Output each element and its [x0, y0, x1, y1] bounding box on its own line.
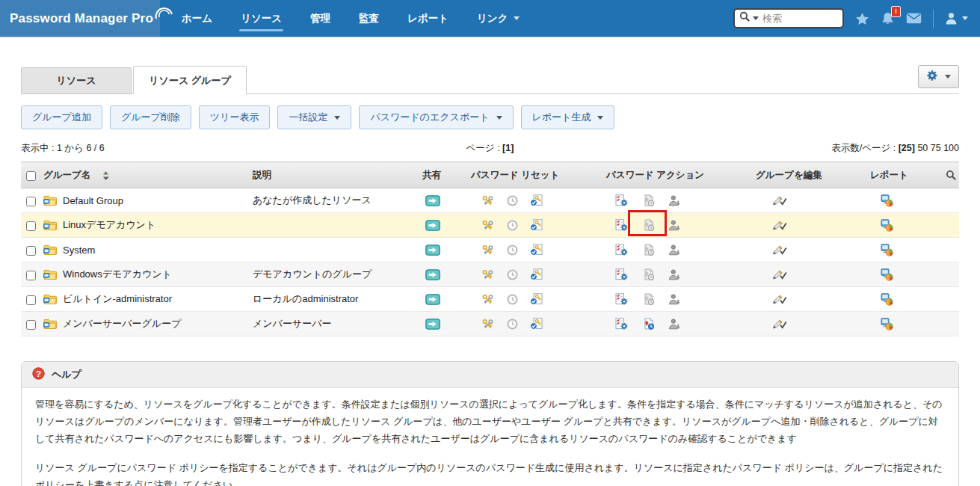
- favorites-star-icon[interactable]: [855, 12, 869, 25]
- reset-password-keys-icon[interactable]: [481, 269, 494, 280]
- edit-group-icon[interactable]: [772, 269, 787, 280]
- schedule-reset-clock-icon[interactable]: [507, 220, 518, 231]
- notifications-bell-icon[interactable]: !: [881, 11, 895, 25]
- group-name[interactable]: Default Group: [63, 195, 123, 206]
- row-checkbox[interactable]: [26, 271, 36, 280]
- verify-password-icon[interactable]: [530, 219, 543, 231]
- global-search[interactable]: [733, 8, 844, 28]
- password-action-config-icon[interactable]: [615, 244, 628, 256]
- chevron-down-icon: [597, 116, 603, 120]
- password-action-schedule-icon[interactable]: [642, 194, 655, 206]
- schedule-reset-clock-icon[interactable]: [507, 244, 518, 256]
- per-page-current[interactable]: [25]: [899, 143, 915, 153]
- verify-password-icon[interactable]: [530, 268, 543, 280]
- group-report-icon[interactable]: [881, 318, 893, 330]
- reset-password-keys-icon[interactable]: [481, 195, 494, 206]
- password-action-config-icon[interactable]: [615, 219, 628, 231]
- password-action-schedule-icon[interactable]: [642, 268, 655, 280]
- search-scope-chevron-icon[interactable]: [753, 16, 759, 20]
- row-checkbox[interactable]: [26, 320, 36, 330]
- edit-group-icon[interactable]: [772, 195, 787, 206]
- password-action-schedule-icon[interactable]: [642, 219, 655, 231]
- reset-password-keys-icon[interactable]: [481, 220, 494, 231]
- column-group-name[interactable]: グループ名: [43, 170, 90, 180]
- group-report-icon[interactable]: [881, 293, 893, 306]
- generate-report-button[interactable]: レポート生成: [521, 105, 615, 129]
- password-access-user-icon[interactable]: [668, 269, 680, 280]
- row-checkbox[interactable]: [26, 197, 36, 206]
- password-action-schedule-icon[interactable]: [642, 293, 655, 305]
- password-access-user-icon[interactable]: [668, 294, 680, 305]
- edit-group-icon[interactable]: [772, 220, 787, 231]
- verify-password-icon[interactable]: [530, 194, 543, 206]
- export-passwords-button[interactable]: パスワードのエクスポート: [359, 105, 513, 129]
- password-action-config-icon[interactable]: [615, 194, 628, 206]
- share-icon[interactable]: [425, 294, 440, 305]
- group-report-icon[interactable]: [881, 194, 893, 207]
- current-page[interactable]: [1]: [502, 143, 514, 153]
- share-icon[interactable]: [425, 195, 440, 206]
- share-icon[interactable]: [425, 269, 440, 280]
- password-access-user-icon[interactable]: [668, 319, 680, 330]
- nav-admin[interactable]: 管理: [296, 0, 345, 37]
- search-input[interactable]: [761, 12, 838, 25]
- tree-view-button[interactable]: ツリー表示: [199, 105, 271, 129]
- group-name[interactable]: ビルトイン-administrator: [63, 292, 172, 306]
- tab-resources[interactable]: リソース: [21, 67, 132, 93]
- nav-home[interactable]: ホーム: [167, 0, 226, 37]
- reset-password-keys-icon[interactable]: [481, 244, 494, 256]
- mail-envelope-icon[interactable]: [906, 13, 922, 24]
- edit-group-icon[interactable]: [772, 294, 787, 305]
- bulk-config-button[interactable]: 一括設定: [277, 105, 351, 129]
- group-name[interactable]: Linuxデモアカウント: [63, 218, 155, 232]
- password-action-config-icon[interactable]: [615, 318, 628, 330]
- table-search-icon[interactable]: [946, 170, 957, 181]
- share-icon[interactable]: [425, 244, 440, 256]
- delete-group-button[interactable]: グループ削除: [110, 105, 191, 129]
- row-checkbox[interactable]: [26, 246, 36, 256]
- schedule-reset-clock-icon[interactable]: [507, 195, 518, 206]
- reset-password-keys-icon[interactable]: [481, 319, 494, 330]
- password-access-user-icon[interactable]: [668, 220, 680, 231]
- per-page-options[interactable]: 50 75 100: [917, 143, 959, 153]
- reset-password-keys-icon[interactable]: [481, 294, 494, 305]
- gear-icon: [926, 70, 938, 84]
- password-access-user-icon[interactable]: [668, 244, 680, 256]
- sort-arrows-icon[interactable]: [102, 170, 109, 181]
- nav-audit[interactable]: 監査: [345, 0, 393, 37]
- nav-reports[interactable]: レポート: [393, 0, 463, 37]
- verify-password-icon[interactable]: [530, 293, 543, 305]
- group-name[interactable]: System: [63, 244, 95, 256]
- schedule-reset-clock-icon[interactable]: [507, 294, 518, 305]
- password-action-schedule-icon[interactable]: [642, 318, 655, 330]
- group-name[interactable]: Windowsデモアカウント: [63, 268, 172, 281]
- password-access-user-icon[interactable]: [668, 195, 680, 206]
- tree-view-label: ツリー表示: [210, 111, 259, 124]
- nav-links[interactable]: リンク: [463, 0, 533, 37]
- edit-group-icon[interactable]: [772, 244, 787, 256]
- share-icon[interactable]: [425, 319, 440, 330]
- group-report-icon[interactable]: [881, 219, 893, 232]
- password-action-config-icon[interactable]: [615, 268, 628, 280]
- password-action-config-icon[interactable]: [615, 293, 628, 305]
- schedule-reset-clock-icon[interactable]: [507, 269, 518, 280]
- nav-resources[interactable]: リソース: [226, 0, 296, 37]
- tab-resource-groups[interactable]: リソース グループ: [133, 66, 247, 94]
- select-all-checkbox[interactable]: [26, 171, 36, 181]
- row-checkbox[interactable]: [26, 295, 36, 305]
- help-paragraph: 管理を容易にするため、リソースをグループ化することができます。条件設定または個別…: [35, 396, 945, 447]
- group-name[interactable]: メンバーサーバーグループ: [63, 317, 181, 330]
- group-report-icon[interactable]: [881, 268, 893, 281]
- share-icon[interactable]: [425, 220, 440, 231]
- group-report-icon[interactable]: [881, 244, 893, 256]
- user-menu[interactable]: [945, 12, 968, 25]
- edit-group-icon[interactable]: [772, 319, 787, 330]
- chevron-down-icon: [334, 116, 340, 120]
- password-action-schedule-icon[interactable]: [642, 244, 655, 256]
- row-checkbox[interactable]: [26, 221, 36, 231]
- schedule-reset-clock-icon[interactable]: [507, 319, 518, 330]
- verify-password-icon[interactable]: [530, 318, 543, 330]
- settings-gear-button[interactable]: [918, 65, 959, 88]
- add-group-button[interactable]: グループ追加: [21, 105, 102, 129]
- verify-password-icon[interactable]: [530, 244, 543, 256]
